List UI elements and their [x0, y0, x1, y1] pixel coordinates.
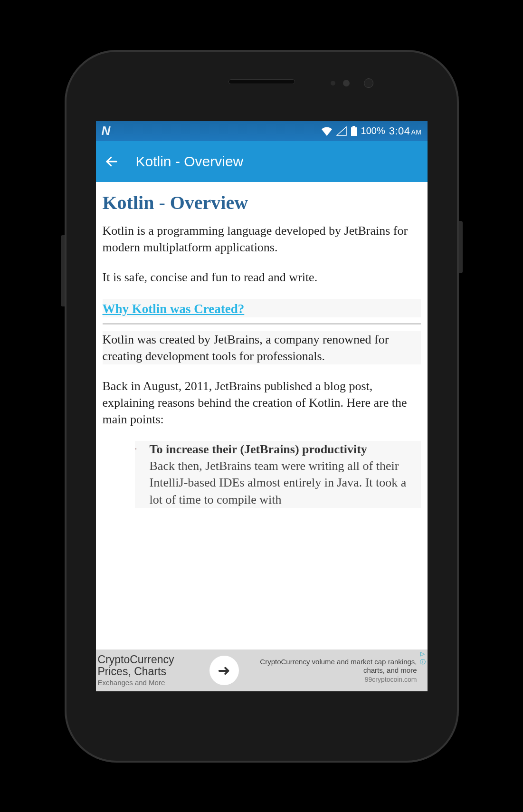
divider [103, 323, 421, 325]
paragraph: Kotlin is a programming language develop… [103, 222, 421, 256]
list-item: · To increase their (JetBrains) producti… [135, 441, 421, 507]
list-item-body: To increase their (JetBrains) productivi… [150, 441, 418, 507]
paragraph: It is safe, concise and fun to read and … [103, 269, 421, 286]
phone-speaker [228, 79, 295, 84]
phone-camera [364, 78, 373, 88]
cell-signal-icon [336, 126, 347, 136]
paragraph: Back in August, 2011, JetBrains publishe… [103, 378, 421, 428]
paragraph: Kotlin was created by JetBrains, a compa… [103, 331, 421, 364]
subheading-container: Why Kotlin was Created? [103, 299, 421, 317]
app-bar: Kotlin - Overview [96, 141, 428, 182]
clock-time: 3:04 [389, 125, 410, 137]
list-item-text: Back then, JetBrains team were writing a… [150, 459, 407, 506]
list-item-title: To increase their (JetBrains) productivi… [150, 442, 367, 456]
phone-sensor [331, 81, 335, 86]
svg-rect-1 [352, 126, 355, 127]
ad-banner[interactable]: CryptoCurrency Prices, Charts Exchanges … [96, 650, 428, 691]
svg-rect-0 [351, 127, 357, 136]
screen: N 100% 3:04AM Ko [96, 121, 428, 691]
clock-ampm: AM [411, 128, 422, 136]
clock: 3:04AM [389, 125, 422, 137]
phone-frame: N 100% 3:04AM Ko [65, 50, 459, 763]
power-button [459, 221, 463, 273]
page-title: Kotlin - Overview [103, 191, 421, 214]
ad-subtitle: Exchanges and More [98, 678, 203, 687]
battery-icon [351, 126, 357, 136]
content-area[interactable]: Kotlin - Overview Kotlin is a programmin… [96, 182, 428, 650]
status-bar: N 100% 3:04AM [96, 121, 428, 141]
ad-right-block: CryptoCurrency volume and market cap ran… [246, 650, 428, 691]
android-n-icon: N [102, 124, 111, 138]
app-bar-title: Kotlin - Overview [136, 153, 244, 170]
bullet-icon: · [135, 441, 137, 507]
ad-cta[interactable]: ➜ [203, 650, 246, 691]
ad-description: CryptoCurrency volume and market cap ran… [247, 658, 417, 675]
ad-title: CryptoCurrency Prices, Charts [98, 654, 203, 678]
volume-button [61, 235, 65, 306]
phone-sensor [343, 80, 350, 86]
arrow-right-icon: ➜ [209, 656, 239, 685]
ad-left-block: CryptoCurrency Prices, Charts Exchanges … [96, 650, 203, 691]
wifi-icon [321, 126, 333, 136]
ad-domain: 99cryptocoin.com [247, 676, 417, 683]
back-button[interactable] [105, 154, 119, 169]
adchoices-icon[interactable]: ▷ ⓘ [419, 650, 427, 658]
section-heading-link[interactable]: Why Kotlin was Created? [103, 302, 245, 316]
battery-percent: 100% [361, 125, 385, 136]
